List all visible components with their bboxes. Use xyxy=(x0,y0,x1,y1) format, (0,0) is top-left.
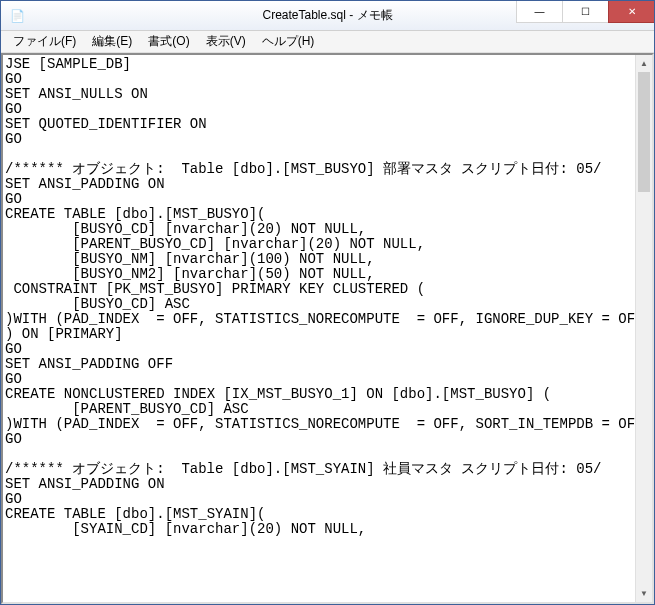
scroll-track[interactable] xyxy=(636,72,652,585)
menu-format[interactable]: 書式(O) xyxy=(142,31,195,52)
window-title: CreateTable.sql - メモ帳 xyxy=(262,7,392,24)
menu-edit[interactable]: 編集(E) xyxy=(86,31,138,52)
close-button[interactable]: ✕ xyxy=(608,1,654,23)
editor-frame: JSE [SAMPLE_DB] GO SET ANSI_NULLS ON GO … xyxy=(1,53,654,604)
vertical-scrollbar[interactable]: ▲ ▼ xyxy=(635,55,652,602)
text-editor[interactable]: JSE [SAMPLE_DB] GO SET ANSI_NULLS ON GO … xyxy=(3,55,635,602)
notepad-window: 📄 CreateTable.sql - メモ帳 — ☐ ✕ ファイル(F) 編集… xyxy=(0,0,655,605)
minimize-button[interactable]: — xyxy=(516,1,562,23)
menu-view[interactable]: 表示(V) xyxy=(200,31,252,52)
scroll-thumb[interactable] xyxy=(638,72,650,192)
app-icon: 📄 xyxy=(9,8,25,24)
titlebar[interactable]: 📄 CreateTable.sql - メモ帳 — ☐ ✕ xyxy=(1,1,654,31)
maximize-button[interactable]: ☐ xyxy=(562,1,608,23)
window-controls: — ☐ ✕ xyxy=(516,1,654,23)
menubar: ファイル(F) 編集(E) 書式(O) 表示(V) ヘルプ(H) xyxy=(1,31,654,53)
scroll-down-icon[interactable]: ▼ xyxy=(636,585,652,602)
menu-file[interactable]: ファイル(F) xyxy=(7,31,82,52)
menu-help[interactable]: ヘルプ(H) xyxy=(256,31,321,52)
scroll-up-icon[interactable]: ▲ xyxy=(636,55,652,72)
